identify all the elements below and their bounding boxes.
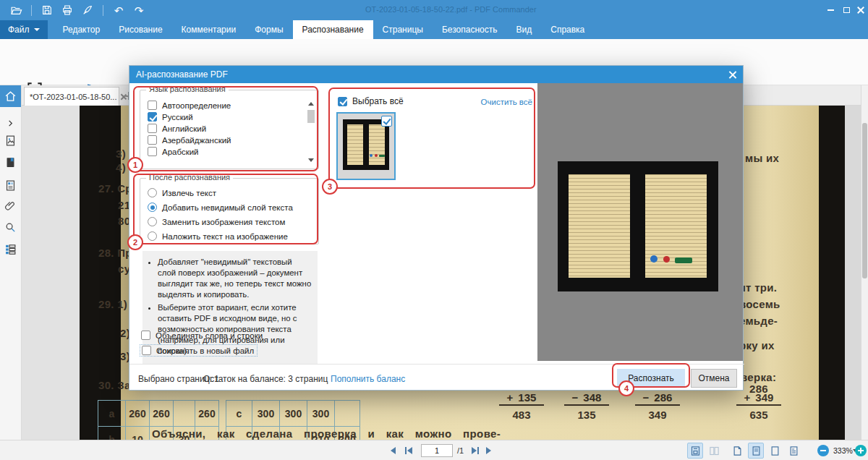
redo-icon[interactable]: ↷: [129, 2, 149, 18]
radio-option[interactable]: Добавить невидимый слой текста: [148, 203, 293, 212]
home-panel-button[interactable]: [0, 85, 21, 107]
facing-pages-view-button[interactable]: [706, 443, 722, 459]
tab-security[interactable]: Безопасность: [433, 20, 507, 39]
undo-icon[interactable]: ↶: [109, 2, 129, 18]
single-page-view-button[interactable]: [748, 443, 764, 459]
language-option[interactable]: Азербайджанский: [148, 135, 231, 145]
language-option[interactable]: Английский: [148, 124, 231, 133]
dialog-header[interactable]: AI-распознавание PDF: [129, 66, 743, 83]
chevron-down-icon: [34, 28, 40, 31]
balance-status: Остаток на балансе: 3 страниц: [203, 374, 328, 384]
ai-recognition-dialog: AI-распознавание PDF Язык распознавания …: [129, 65, 744, 391]
tab-view[interactable]: Вид: [507, 20, 542, 39]
previous-page-button[interactable]: [391, 447, 396, 454]
radio-option[interactable]: Заменить изображения текстом: [148, 217, 293, 226]
scrollbar-thumb[interactable]: [862, 123, 867, 278]
radio-selected-icon[interactable]: [148, 203, 157, 212]
separator: [31, 5, 32, 16]
file-menu-button[interactable]: Файл: [0, 20, 48, 39]
doc-table-cell: 260: [150, 401, 174, 427]
save-new-file-checkbox[interactable]: Сохранять в новый файл: [140, 344, 258, 357]
image-page-icon: [4, 135, 17, 147]
doc-text-fragment: рку их: [739, 339, 775, 352]
doc-text-fragment: верка:: [741, 371, 776, 383]
first-page-button[interactable]: [405, 447, 412, 454]
page-number-input[interactable]: [421, 444, 453, 457]
restore-button[interactable]: [839, 4, 854, 16]
language-option[interactable]: Арабский: [148, 147, 231, 156]
tab-help[interactable]: Справка: [541, 20, 594, 39]
language-list-scrollbar[interactable]: [307, 100, 315, 163]
radio-option[interactable]: Извлечь текст: [148, 188, 293, 197]
page-count-label: /1: [457, 446, 464, 455]
merge-words-checkbox[interactable]: Объединять слова и строки: [141, 331, 263, 340]
zoom-out-button[interactable]: [817, 445, 829, 456]
language-option[interactable]: Автоопределение: [148, 101, 231, 110]
save-icon[interactable]: [37, 2, 57, 18]
checkbox-icon[interactable]: [142, 346, 151, 355]
search-panel-button[interactable]: [0, 217, 21, 237]
checkbox-checked-icon[interactable]: [148, 112, 157, 122]
close-button[interactable]: [854, 4, 868, 16]
scroll-up-icon[interactable]: [307, 100, 315, 107]
page-corner-view-button[interactable]: [729, 443, 745, 459]
recognize-button[interactable]: Распознать: [617, 369, 685, 388]
checkbox-icon[interactable]: [148, 135, 157, 145]
doc-text-fragment: восемь: [739, 298, 780, 310]
zoom-in-button[interactable]: [855, 445, 867, 456]
tab-drawing[interactable]: Рисование: [109, 20, 171, 39]
after-group-legend: После распознавания: [146, 173, 233, 182]
thumbnail-image: [343, 119, 389, 170]
page-thumbnail[interactable]: [336, 112, 396, 180]
select-all-checkbox[interactable]: Выбрать всё: [338, 96, 404, 106]
radio-icon[interactable]: [148, 188, 157, 197]
chevron-right-icon: [7, 119, 14, 127]
text-page-view-button[interactable]: [786, 443, 801, 459]
checkbox-icon[interactable]: [148, 101, 157, 110]
tab-forms[interactable]: Формы: [245, 20, 292, 39]
doc-table-cell: 260: [195, 401, 219, 427]
print-icon[interactable]: [57, 2, 77, 18]
tab-recognition[interactable]: Распознавание: [293, 20, 373, 39]
topup-balance-link[interactable]: Пополнить баланс: [331, 374, 405, 384]
tab-editor[interactable]: Редактор: [54, 20, 110, 39]
tab-comments[interactable]: Комментарии: [172, 20, 246, 39]
attachments-panel-button[interactable]: [0, 195, 21, 216]
clear-all-link[interactable]: Очистить всё: [451, 98, 532, 106]
radio-icon[interactable]: [148, 217, 157, 226]
blank-page-view-button[interactable]: [767, 443, 783, 459]
thumbnails-panel-button[interactable]: [0, 175, 21, 195]
document-tab[interactable]: *ОТ-2023-01-05-18-50...: [24, 87, 119, 106]
minimize-button[interactable]: [823, 4, 838, 16]
left-sidebar: [0, 85, 22, 440]
layers-list-panel-button[interactable]: [0, 239, 21, 259]
checkbox-icon[interactable]: [148, 124, 157, 133]
fit-page-view-button[interactable]: [687, 443, 703, 459]
radio-option[interactable]: Наложить текст на изображение: [148, 231, 293, 241]
checkbox-icon[interactable]: [148, 147, 157, 156]
bookmarks-panel-button[interactable]: [0, 152, 21, 172]
next-page-button[interactable]: [486, 447, 491, 454]
doc-table-cell: [174, 401, 195, 427]
open-folder-icon[interactable]: [6, 2, 26, 18]
scrollbar-thumb[interactable]: [307, 110, 315, 123]
window-title: ОТ-2023-01-05-18-50-22.pdf - PDF Command…: [365, 5, 537, 14]
preview-book-spread: [558, 161, 718, 291]
cancel-button[interactable]: Отмена: [691, 369, 737, 388]
menubar: Файл Редактор Рисование Комментарии Форм…: [0, 20, 868, 39]
page-gutter: [845, 106, 861, 440]
zoom-level-select[interactable]: 333%: [833, 444, 852, 457]
doc-text-fragment: 29. 1): [98, 298, 127, 310]
radio-icon[interactable]: [148, 231, 157, 241]
dialog-close-icon[interactable]: [728, 71, 736, 79]
checkbox-checked-icon[interactable]: [338, 97, 347, 106]
checkbox-icon[interactable]: [141, 331, 150, 340]
tab-pages[interactable]: Страницы: [373, 20, 433, 39]
last-page-button[interactable]: [472, 447, 479, 454]
ink-signature-icon[interactable]: [77, 2, 98, 18]
language-option[interactable]: Русский: [148, 112, 231, 122]
doc-table-cell: 300: [307, 401, 335, 427]
page-preview-panel-button[interactable]: [0, 130, 21, 150]
page-selected-checkbox[interactable]: [381, 116, 392, 127]
scroll-down-icon[interactable]: [307, 156, 315, 163]
